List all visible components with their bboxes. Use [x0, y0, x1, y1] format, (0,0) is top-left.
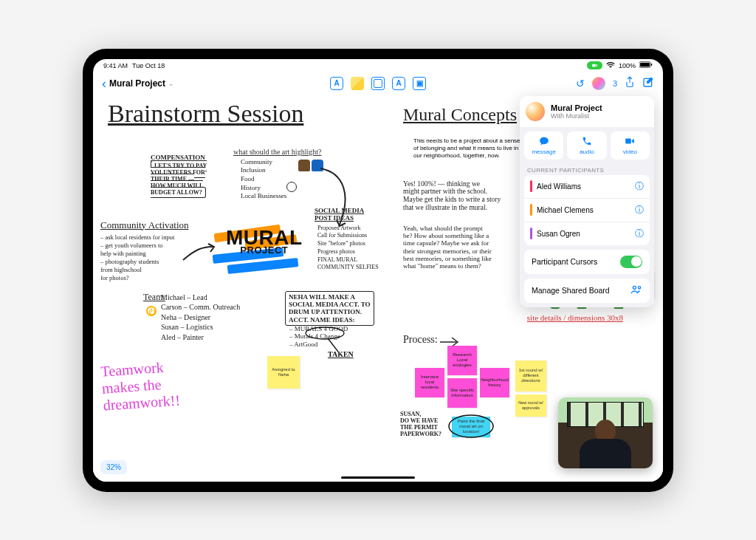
community-label: Community Activation	[100, 220, 189, 231]
sticky-site[interactable]: Site specific information	[447, 378, 477, 408]
highlight-list: Community Inclusion Food History Local B…	[241, 158, 286, 201]
pip-participant	[578, 420, 633, 468]
panel-header: Mural Project With Muralist	[520, 96, 654, 127]
panel-title: Mural Project	[551, 103, 602, 112]
heading-concepts: Mural Concepts	[403, 105, 517, 126]
site-details: site details / dimensions 30x8	[527, 313, 623, 323]
strike-circle	[304, 327, 348, 353]
active-call-pill[interactable]	[587, 61, 602, 69]
sticky-tool-icon[interactable]	[351, 77, 364, 90]
zoom-level[interactable]: 32%	[100, 460, 127, 474]
status-bar: 9:41 AM Tue Oct 18 100%	[93, 59, 663, 72]
back-button[interactable]: ‹	[102, 77, 106, 90]
power-icon: ⏻	[146, 306, 157, 316]
sticky-round1[interactable]: 1st round w/ different directions	[515, 360, 546, 392]
board-title[interactable]: Mural Project	[109, 78, 165, 89]
concept-note-2: Yeah, what should the prompt be? How abo…	[403, 225, 529, 270]
status-date: Tue Oct 18	[132, 62, 165, 69]
svg-point-1	[610, 67, 611, 68]
status-time: 9:41 AM	[103, 62, 128, 69]
info-icon[interactable]: ⓘ	[635, 180, 644, 193]
fist-icon-brown	[298, 160, 310, 171]
svg-point-18	[449, 415, 493, 437]
sticky-research[interactable]: Research Local ecologies	[447, 346, 477, 375]
collaboration-panel: Mural Project With Muralist message audi…	[520, 96, 654, 307]
paint-sticky-circle	[447, 414, 495, 440]
pen-tool-icon[interactable]: A	[330, 77, 343, 90]
screen: 9:41 AM Tue Oct 18 100% ‹ Mural Proje	[93, 59, 663, 482]
concepts-body: This needs to be a project about a sense…	[413, 137, 524, 160]
collaborator-avatar[interactable]	[592, 77, 605, 90]
svg-point-21	[638, 286, 640, 288]
home-indicator[interactable]	[341, 476, 415, 479]
app-toolbar: ‹ Mural Project ⌄ A A ▣ ↺ 3	[93, 72, 663, 95]
facetime-pip[interactable]	[558, 397, 653, 468]
team-list: Michael – Lead Carson – Comm. Outreach N…	[161, 293, 240, 343]
battery-icon	[639, 61, 653, 69]
wifi-icon	[606, 61, 615, 70]
text-tool-icon[interactable]: A	[392, 77, 405, 90]
sticky-interview[interactable]: Interview local residents	[415, 368, 444, 397]
participant-row[interactable]: Aled Williamsⓘ	[524, 175, 650, 199]
sticky-assigned[interactable]: Assigned to Neha	[267, 356, 300, 389]
participants-section-label: CURRENT PARTICIPANTS	[520, 164, 654, 175]
participant-row[interactable]: Michael Clemensⓘ	[524, 199, 650, 222]
sticky-round2[interactable]: New round w/ approvals	[515, 394, 546, 417]
participants-list: Aled Williamsⓘ Michael Clemensⓘ Susan Og…	[524, 175, 650, 245]
ipad-frame: 9:41 AM Tue Oct 18 100% ‹ Mural Proje	[83, 49, 673, 492]
board-avatar	[526, 102, 545, 121]
cursors-toggle-row[interactable]: Participant Cursors	[524, 250, 650, 274]
teamwork-note: Teamwork makes the dreamwork!!	[100, 358, 181, 414]
message-button[interactable]: message	[524, 131, 563, 160]
participant-row[interactable]: Susan Ogrenⓘ	[524, 222, 650, 245]
manage-icon	[630, 284, 642, 297]
highlight-question: what should the art highlight?	[233, 148, 321, 157]
video-button[interactable]: video	[611, 131, 650, 160]
svg-point-20	[633, 286, 636, 289]
susan-note: SUSAN, DO WE HAVE THE PERMIT PAPERWORK?	[400, 411, 441, 438]
collaborator-count[interactable]: 3	[613, 79, 617, 88]
heading-brainstorm: Brainstorm Session	[108, 99, 303, 128]
cursors-toggle[interactable]	[620, 256, 642, 268]
neha-note: NEHA WILL MAKE A SOCIAL MEDIA ACCT. TO D…	[285, 291, 374, 326]
social-label: SOCIAL MEDIA POST IDEAS	[315, 207, 364, 222]
title-chevron-icon[interactable]: ⌄	[168, 80, 174, 87]
sticky-history[interactable]: Neighborhood history	[480, 368, 509, 397]
mural-logo: MURALPROJECT	[226, 229, 303, 255]
compose-icon[interactable]	[642, 76, 654, 91]
manage-board-row[interactable]: Manage Shared Board	[524, 278, 650, 303]
shape-tool-icon[interactable]	[371, 77, 385, 90]
process-label: Process:	[403, 334, 438, 346]
social-list: Proposed Artwork Call for Submissions Si…	[317, 225, 379, 273]
concept-note-1: Yes! 100%! — thinking we might partner w…	[403, 180, 521, 213]
panel-subtitle: With Muralist	[551, 112, 602, 120]
info-icon[interactable]: ⓘ	[635, 228, 644, 240]
svg-rect-19	[625, 138, 631, 143]
svg-point-6	[306, 327, 344, 339]
svg-rect-3	[640, 63, 650, 66]
compensation-note: LET'S TRY TO PAY VOLUNTEERS FOR THEIR TI…	[151, 163, 207, 196]
svg-rect-0	[592, 64, 596, 67]
media-tool-icon[interactable]: ▣	[413, 77, 426, 90]
audio-button[interactable]: audio	[567, 131, 606, 160]
undo-icon[interactable]: ↺	[576, 78, 585, 89]
info-icon[interactable]: ⓘ	[635, 204, 644, 216]
community-note: – ask local residents for input – get yo…	[100, 233, 174, 282]
arrow-to-mural	[180, 242, 217, 264]
globe-icon	[286, 182, 297, 192]
battery-percent: 100%	[619, 62, 636, 69]
svg-rect-4	[651, 64, 653, 66]
share-icon[interactable]	[625, 76, 635, 91]
